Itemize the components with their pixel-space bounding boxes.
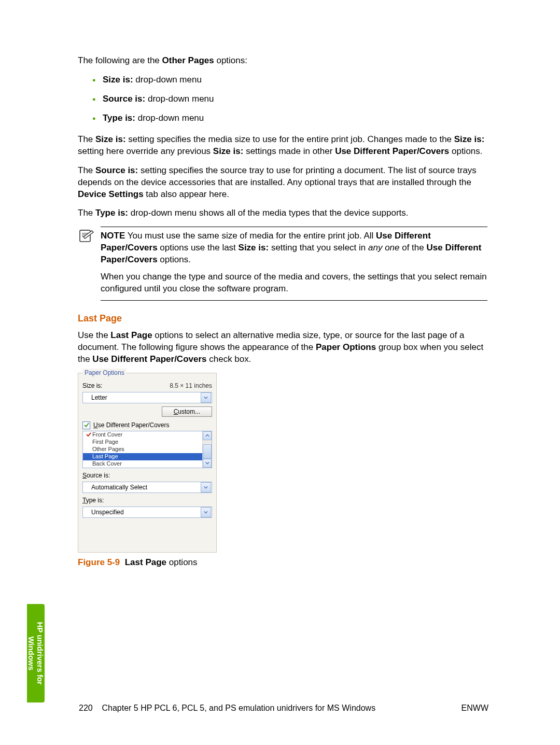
text: drop-down menu shows all of the media ty… xyxy=(128,208,409,218)
text: options use the last xyxy=(158,243,239,252)
text: setting specifies the media size to use … xyxy=(126,134,454,144)
source-is-label: Source is: xyxy=(82,472,110,479)
note-icon xyxy=(78,229,94,248)
paragraph-source: The Source is: setting specifies the sou… xyxy=(78,165,487,201)
text-bold: Size is: xyxy=(239,243,269,252)
text: The xyxy=(78,134,95,144)
note-text: NOTE You must use the same size of media… xyxy=(101,227,487,300)
figure-caption: Figure 5-9 Last Page options xyxy=(78,557,487,569)
use-different-paper-label: Use Different Paper/Covers xyxy=(93,421,170,429)
text-bold: Device Settings xyxy=(78,189,144,199)
chevron-down-icon[interactable] xyxy=(201,392,211,403)
groupbox-legend: Paper Options xyxy=(82,369,127,377)
side-tab-line2: Windows xyxy=(27,636,36,670)
covers-listbox[interactable]: Front Cover First Page Other Pages Last … xyxy=(82,431,212,468)
list-item-label: Back Cover xyxy=(92,460,122,467)
side-tab: HP unidrivers for Windows xyxy=(27,604,45,702)
text: of the xyxy=(400,243,427,252)
source-dropdown[interactable]: Automatically Select xyxy=(82,482,212,493)
list-item-back-cover[interactable]: Back Cover xyxy=(83,460,202,468)
scroll-up-icon[interactable] xyxy=(203,431,212,440)
page-footer: 220 Chapter 5 HP PCL 6, PCL 5, and PS em… xyxy=(79,702,488,714)
figure-title-bold: Last Page xyxy=(125,557,166,567)
scroll-track[interactable] xyxy=(203,440,212,459)
list-item-last-page[interactable]: Last Page xyxy=(83,453,202,460)
size-is-label: Size is: xyxy=(82,382,103,390)
paper-options-groupbox: Paper Options Size is: 8.5 × 11 inches L… xyxy=(78,373,217,553)
type-is-label: Type is: xyxy=(82,497,104,504)
scroll-thumb[interactable] xyxy=(203,444,212,459)
text: check box. xyxy=(207,354,251,364)
text: drop-down menu xyxy=(133,75,202,85)
use-different-paper-checkbox[interactable] xyxy=(82,421,90,429)
text: The xyxy=(78,165,95,175)
custom-button[interactable]: Custom... xyxy=(162,406,212,417)
chevron-down-icon[interactable] xyxy=(201,482,211,493)
text: The xyxy=(78,208,95,218)
type-value: Unspecified xyxy=(83,508,200,516)
text-italic: any one xyxy=(368,243,400,252)
chapter-title: Chapter 5 HP PCL 6, PCL 5, and PS emulat… xyxy=(102,704,375,712)
text-bold: Use Different Paper/Covers xyxy=(335,146,449,156)
text-bold: Type is: xyxy=(95,208,128,218)
text-bold: Source is: xyxy=(103,94,145,104)
text: Use the xyxy=(78,330,110,340)
chevron-down-icon[interactable] xyxy=(201,507,211,517)
text: You must use the same size of media for … xyxy=(125,231,376,241)
paragraph-lastpage: Use the Last Page options to select an a… xyxy=(78,330,487,366)
type-dropdown[interactable]: Unspecified xyxy=(82,507,212,518)
list-item: Type is: drop-down menu xyxy=(92,113,487,124)
text: setting here override any previous xyxy=(78,146,213,156)
text-bold: Type is: xyxy=(103,113,135,123)
text-bold: Source is: xyxy=(95,165,138,175)
text: setting specifies the source tray to use… xyxy=(78,165,477,187)
text: tab also appear here. xyxy=(144,189,229,199)
note-para-2: When you change the type and source of t… xyxy=(101,271,487,295)
text: options: xyxy=(214,55,247,65)
list-item-label: Other Pages xyxy=(92,445,124,453)
list-item: Source is: drop-down menu xyxy=(92,93,487,105)
source-value: Automatically Select xyxy=(83,483,200,491)
text: options. xyxy=(158,255,191,264)
list-item-first-page[interactable]: First Page xyxy=(83,439,202,446)
figure-number: Figure 5-9 xyxy=(78,557,120,567)
text: setting that you select in xyxy=(269,243,368,252)
document-page: The following are the Other Pages option… xyxy=(0,0,560,745)
listbox-scrollbar[interactable] xyxy=(202,431,212,468)
list-item: Size is: drop-down menu xyxy=(92,74,487,86)
text-bold: Paper Options xyxy=(316,342,376,352)
list-item-label: First Page xyxy=(92,438,118,446)
figure-title-rest: options xyxy=(166,557,198,567)
text: options. xyxy=(449,146,482,156)
intro-paragraph: The following are the Other Pages option… xyxy=(78,55,487,67)
list-item-front-cover[interactable]: Front Cover xyxy=(83,431,202,439)
scroll-down-icon[interactable] xyxy=(203,459,212,468)
text: drop-down menu xyxy=(145,94,214,104)
text-bold: Size is: xyxy=(103,75,133,85)
text-bold: Size is: xyxy=(95,134,126,144)
text-bold: Use Different Paper/Covers xyxy=(92,354,206,364)
text-bold: Size is: xyxy=(454,134,485,144)
footer-right: ENWW xyxy=(461,702,488,714)
note-label: NOTE xyxy=(101,231,125,241)
text: drop-down menu xyxy=(135,113,204,123)
text-bold: Other Pages xyxy=(162,55,214,65)
page-number: 220 xyxy=(79,704,93,712)
options-list: Size is: drop-down menu Source is: drop-… xyxy=(78,74,487,124)
size-dimensions: 8.5 × 11 inches xyxy=(170,382,212,390)
text: settings made in other xyxy=(243,146,335,156)
list-item-label: Front Cover xyxy=(92,431,122,439)
size-dropdown[interactable]: Letter xyxy=(82,392,212,403)
text: The following are the xyxy=(78,55,162,65)
text-bold: Last Page xyxy=(110,330,152,340)
paragraph-size: The Size is: setting specifies the media… xyxy=(78,134,487,158)
note-block: NOTE You must use the same size of media… xyxy=(78,227,487,301)
list-item-label: Last Page xyxy=(92,453,118,460)
list-item-other-pages[interactable]: Other Pages xyxy=(83,446,202,453)
checkmark-icon xyxy=(86,431,92,439)
divider xyxy=(101,300,487,301)
text-bold: Size is: xyxy=(213,146,244,156)
side-tab-line1: HP unidrivers for xyxy=(36,622,45,684)
section-heading-last-page: Last Page xyxy=(78,312,487,325)
paragraph-type: The Type is: drop-down menu shows all of… xyxy=(78,207,487,219)
